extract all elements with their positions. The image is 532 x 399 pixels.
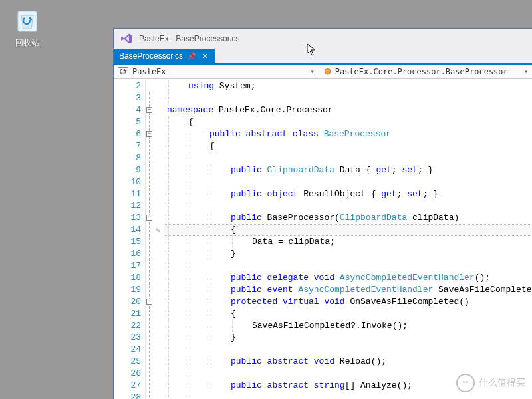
csharp-badge-icon: C# [118,67,128,76]
fold-toggle[interactable]: − [146,107,152,113]
chevron-down-icon: ▾ [524,68,528,75]
marker-gutter: ✎ [155,79,164,399]
code-editor[interactable]: 2345678910111213141516171819202122232425… [114,79,532,399]
outline-gutter: −−−− [146,79,155,399]
tab-baseprocessor[interactable]: BaseProcessor.cs 📌 ✕ [114,49,215,63]
fold-toggle[interactable]: − [146,131,152,137]
vs-window: PasteEx - BaseProcessor.cs BaseProcessor… [113,28,532,399]
close-icon[interactable]: ✕ [200,51,209,61]
recycle-bin-label: 回收站 [4,37,51,49]
fold-toggle[interactable]: − [146,299,152,305]
fold-toggle[interactable]: − [146,215,152,221]
chevron-down-icon: ▾ [311,68,315,75]
recycle-bin[interactable]: 回收站 [4,4,51,49]
code-area[interactable]: using System;namespace PasteEx.Core.Proc… [164,79,532,399]
nav-type-label: PasteEx.Core.Processor.BaseProcessor [335,67,521,76]
pin-icon[interactable]: 📌 [187,51,196,61]
window-title: PasteEx - BaseProcessor.cs [139,34,239,43]
tab-strip: BaseProcessor.cs 📌 ✕ [114,49,532,65]
edit-marker-icon: ✎ [156,226,160,235]
class-icon [323,67,332,76]
titlebar[interactable]: PasteEx - BaseProcessor.cs [114,29,532,49]
nav-type-dropdown[interactable]: PasteEx.Core.Processor.BaseProcessor ▾ [319,65,532,78]
tab-label: BaseProcessor.cs [119,51,183,61]
recycle-bin-icon [11,4,43,36]
line-number-gutter: 2345678910111213141516171819202122232425… [114,79,146,399]
nav-project-dropdown[interactable]: C# PasteEx ▾ [114,65,319,78]
nav-bar: C# PasteEx ▾ PasteEx.Core.Processor.Base… [114,65,532,79]
nav-project-label: PasteEx [132,67,308,76]
vs-logo-icon [119,31,134,46]
